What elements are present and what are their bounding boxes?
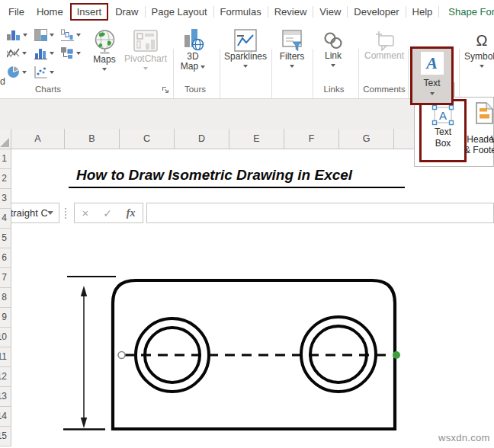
maps-label: Maps — [93, 55, 115, 65]
charts-group-label: Charts — [23, 85, 73, 94]
sheet-title-text: How to Draw Isometric Drawing in Excel — [76, 167, 352, 184]
omega-icon: Ω — [476, 29, 488, 52]
menu-tab-developer[interactable]: Developer — [348, 3, 405, 21]
text-icon-box: A — [421, 52, 444, 75]
insert-line-chart-button[interactable] — [7, 47, 27, 59]
pivotchart-button[interactable]: PivotChart — [121, 29, 170, 70]
text-box-label-line2: Box — [435, 138, 451, 149]
links-group-label: Links — [316, 85, 351, 94]
filters-icon — [281, 29, 303, 52]
link-button[interactable]: Link — [318, 30, 348, 67]
chevron-down-icon — [22, 52, 27, 55]
column-header-D[interactable]: D — [175, 129, 229, 149]
chevron-down-icon — [200, 66, 205, 69]
menu-bar: FileHomeInsertDrawPage LayoutFormulasRev… — [0, 0, 494, 23]
watermark: wsxdn.com — [438, 432, 490, 443]
insert-scatter-chart-button[interactable] — [34, 66, 54, 78]
select-all-corner[interactable] — [0, 129, 11, 149]
column-header-G[interactable]: G — [339, 129, 394, 149]
insert-statistic-chart-button[interactable] — [34, 47, 54, 59]
chevron-down-icon — [143, 67, 148, 70]
menu-tab-file[interactable]: File — [2, 3, 30, 21]
pivotchart-label: PivotChart — [124, 54, 167, 64]
menu-tab-review[interactable]: Review — [268, 3, 313, 21]
header-footer-icon[interactable] — [476, 102, 493, 124]
link-label: Link — [325, 51, 342, 61]
wordart-cropped-label[interactable]: W — [491, 134, 494, 145]
chevron-down-icon — [243, 65, 248, 68]
column-header-B[interactable]: B — [65, 129, 120, 149]
chevron-down-icon — [290, 65, 294, 68]
menu-tab-page-layout[interactable]: Page Layout — [146, 3, 213, 21]
waterfall-chart-icon — [61, 29, 74, 41]
text-box-label-line1: Text — [435, 126, 451, 137]
header-footer-label-line1[interactable]: Header — [464, 134, 494, 145]
treemap-chart-icon — [34, 29, 47, 41]
menu-tab-home[interactable]: Home — [30, 3, 69, 21]
select-all-triangle-icon — [0, 138, 9, 147]
menu-tab-draw[interactable]: Draw — [109, 3, 144, 21]
menu-tab-formulas[interactable]: Formulas — [214, 3, 268, 21]
excel-window: FileHomeInsertDrawPage LayoutFormulasRev… — [0, 0, 494, 448]
chevron-down-icon — [480, 65, 484, 68]
filters-label: Filters — [280, 52, 305, 62]
insert-hierarchy-chart-button[interactable] — [34, 29, 54, 41]
symbols-label: Symbols — [464, 52, 494, 62]
comments-group-label: Comments — [360, 85, 409, 94]
column-header-E[interactable]: E — [229, 129, 284, 149]
arrowhead-down-icon — [81, 418, 87, 428]
insert-pie-chart-button[interactable] — [7, 66, 27, 78]
pivotchart-icon — [133, 29, 159, 54]
menu-tab-view[interactable]: View — [313, 3, 347, 21]
column-header-C[interactable]: C — [120, 129, 175, 149]
3d-map-button[interactable]: 3D Map — [176, 27, 210, 72]
3d-map-icon — [181, 27, 204, 52]
3d-map-label-line2: Map — [181, 62, 198, 72]
menu-tab-insert[interactable]: Insert — [70, 3, 109, 21]
sparklines-icon — [234, 29, 257, 52]
column-header-F[interactable]: F — [284, 129, 339, 149]
chevron-down-icon — [76, 52, 81, 55]
rounded-rectangle-shape[interactable] — [113, 280, 395, 429]
comment-button[interactable]: Comment — [363, 30, 406, 61]
text-label: Text — [423, 78, 440, 88]
text-box-a-glyph: A — [439, 109, 447, 122]
chevron-down-icon — [50, 71, 54, 74]
menu-tab-shape-format[interactable]: Shape Format — [442, 3, 494, 21]
chevron-down-icon — [102, 68, 107, 71]
maps-globe-icon — [92, 29, 117, 55]
insert-combo-chart-button[interactable] — [61, 47, 81, 59]
chevron-down-icon — [22, 71, 27, 74]
isometric-drawing — [0, 149, 494, 448]
text-box-icon: A — [431, 104, 454, 126]
insert-column-chart-button[interactable] — [7, 29, 27, 41]
text-button[interactable]: A Text — [410, 46, 454, 105]
line-end-handle-green[interactable] — [393, 351, 400, 359]
menu-separator — [438, 6, 439, 18]
pie-chart-icon — [7, 66, 20, 78]
comment-icon — [374, 30, 395, 51]
sparklines-button[interactable]: Sparklines — [223, 29, 268, 68]
ribbon-cropped-label: d — [0, 76, 5, 87]
symbols-button[interactable]: Ω Symbols — [462, 29, 494, 68]
chevron-down-icon — [331, 64, 335, 67]
symbols-icon-box: Ω — [470, 29, 493, 52]
text-box-menu-item[interactable]: A Text Box — [419, 99, 467, 162]
menu-tab-help[interactable]: Help — [406, 3, 439, 21]
arrowhead-up-icon — [81, 286, 87, 296]
filters-button[interactable]: Filters — [274, 29, 310, 68]
chevron-down-icon — [50, 52, 54, 55]
insert-waterfall-chart-button[interactable] — [61, 29, 81, 41]
link-icon — [322, 30, 344, 51]
scatter-chart-icon — [34, 66, 47, 78]
comment-label: Comment — [364, 51, 404, 61]
combo-chart-icon — [61, 47, 74, 59]
column-header-A[interactable]: A — [11, 129, 65, 149]
column-chart-icon — [7, 29, 21, 41]
charts-dialog-launcher-icon[interactable] — [161, 85, 169, 94]
line-chart-icon — [7, 47, 20, 59]
header-footer-label-line2[interactable]: & Footer — [462, 145, 494, 155]
sheet-title-block[interactable]: How to Draw Isometric Drawing in Excel — [69, 167, 405, 188]
line-start-handle[interactable] — [118, 352, 125, 359]
maps-button[interactable]: Maps — [87, 29, 122, 71]
